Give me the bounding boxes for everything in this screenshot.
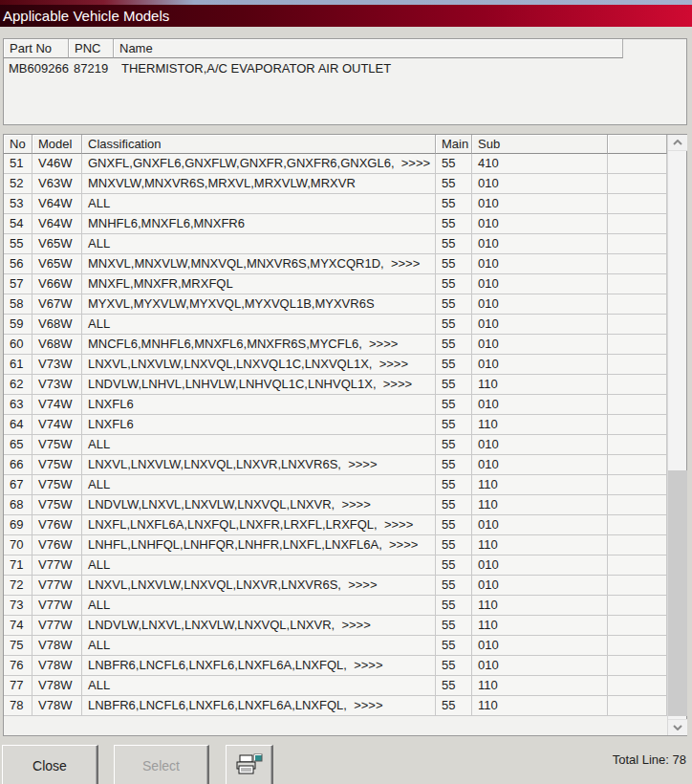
part-name-value: THERMISTOR,A/C EVAPORATOR AIR OUTLET	[114, 59, 623, 78]
cell-classification: LNXVL,LNXVLW,LNXVQL,LNXVR,LNXVR6S, >>>>	[82, 455, 436, 475]
cell-model: V75W	[32, 495, 82, 515]
table-row[interactable]: 55 V65W ALL 55 010	[4, 234, 667, 254]
part-row[interactable]: MB609266 87219 THERMISTOR,A/C EVAPORATOR…	[4, 59, 623, 78]
cell-blank	[608, 495, 667, 515]
table-row[interactable]: 78 V78W LNBFR6,LNCFL6,LNXFL6,LNXFL6A,LNX…	[4, 696, 667, 716]
cell-blank	[608, 274, 667, 294]
cell-model: V75W	[32, 435, 82, 455]
model-rows-container: 51 V46W GNXFL,GNXFL6,GNXFLW,GNXFR,GNXFR6…	[4, 154, 667, 736]
part-info-table: Part No PNC Name MB609266 87219 THERMIST…	[3, 38, 687, 125]
table-row[interactable]: 66 V75W LNXVL,LNXVLW,LNXVQL,LNXVR,LNXVR6…	[4, 455, 667, 475]
table-row[interactable]: 52 V63W MNXVLW,MNXVR6S,MRXVL,MRXVLW,MRXV…	[4, 174, 667, 194]
table-row[interactable]: 77 V78W ALL 55 110	[4, 676, 667, 696]
cell-no: 70	[4, 535, 32, 555]
cell-no: 71	[4, 555, 32, 576]
cell-model: V76W	[32, 515, 82, 535]
cell-sub: 010	[472, 254, 608, 274]
column-header-classification[interactable]: Classification	[82, 135, 436, 154]
cell-no: 67	[4, 475, 32, 495]
table-row[interactable]: 60 V68W MNCFL6,MNHFL6,MNXFL6,MNXFR6S,MYC…	[4, 335, 667, 355]
column-header-part-no[interactable]: Part No	[4, 39, 69, 58]
table-row[interactable]: 54 V64W MNHFL6,MNXFL6,MNXFR6 55 010	[4, 214, 667, 234]
cell-main: 55	[436, 274, 472, 294]
cell-classification: MNXVLW,MNXVR6S,MRXVL,MRXVLW,MRXVR	[82, 174, 436, 194]
cell-sub: 110	[472, 375, 608, 395]
table-row[interactable]: 76 V78W LNBFR6,LNCFL6,LNXFL6,LNXFL6A,LNX…	[4, 656, 667, 676]
table-row[interactable]: 53 V64W ALL 55 010	[4, 194, 667, 214]
table-row[interactable]: 65 V75W ALL 55 010	[4, 435, 667, 455]
cell-blank	[608, 174, 667, 194]
cell-sub: 110	[472, 616, 608, 636]
table-row[interactable]: 70 V76W LNHFL,LNHFQL,LNHFQR,LNHFR,LNXFL,…	[4, 535, 667, 555]
column-header-model[interactable]: Model	[32, 135, 82, 154]
cell-sub: 110	[472, 676, 608, 696]
cell-model: V78W	[32, 636, 82, 656]
cell-main: 55	[436, 214, 472, 234]
cell-main: 55	[436, 234, 472, 254]
cell-classification: LNDVLW,LNXVL,LNXVLW,LNXVQL,LNXVR, >>>>	[82, 495, 436, 515]
cell-model: V77W	[32, 616, 82, 636]
column-header-no[interactable]: No	[4, 135, 32, 154]
table-row[interactable]: 58 V67W MYXVL,MYXVLW,MYXVQL,MYXVQL1B,MYX…	[4, 294, 667, 315]
cell-model: V65W	[32, 234, 82, 254]
cell-blank	[608, 616, 667, 636]
chevron-down-icon	[673, 725, 682, 730]
cell-model: V65W	[32, 254, 82, 274]
cell-model: V64W	[32, 194, 82, 214]
scrollbar-thumb[interactable]	[668, 470, 687, 716]
title-bar: Applicable Vehicle Models	[0, 5, 692, 27]
cell-blank	[608, 455, 667, 475]
print-button[interactable]	[226, 745, 273, 784]
scroll-up-button[interactable]	[668, 135, 687, 151]
cell-model: V77W	[32, 555, 82, 576]
vertical-scrollbar[interactable]	[667, 135, 686, 735]
cell-model: V64W	[32, 214, 82, 234]
table-row[interactable]: 73 V77W ALL 55 110	[4, 596, 667, 616]
column-header-main[interactable]: Main	[436, 135, 472, 154]
cell-blank	[608, 656, 667, 676]
table-row[interactable]: 64 V74W LNXFL6 55 110	[4, 415, 667, 435]
column-header-sub[interactable]: Sub	[472, 135, 608, 154]
cell-no: 53	[4, 194, 32, 214]
scroll-down-button[interactable]	[668, 719, 687, 735]
select-button[interactable]: Select	[114, 745, 209, 784]
cell-main: 55	[436, 515, 472, 535]
table-row[interactable]: 72 V77W LNXVL,LNXVLW,LNXVQL,LNXVR,LNXVR6…	[4, 576, 667, 596]
table-row[interactable]: 71 V77W ALL 55 010	[4, 555, 667, 576]
table-row[interactable]: 57 V66W MNXFL,MNXFR,MRXFQL 55 010	[4, 274, 667, 294]
table-row[interactable]: 67 V75W ALL 55 110	[4, 475, 667, 495]
cell-sub: 010	[472, 194, 608, 214]
table-row[interactable]: 63 V74W LNXFL6 55 010	[4, 395, 667, 415]
table-row[interactable]: 75 V78W ALL 55 010	[4, 636, 667, 656]
table-row[interactable]: 68 V75W LNDVLW,LNXVL,LNXVLW,LNXVQL,LNXVR…	[4, 495, 667, 515]
cell-no: 57	[4, 274, 32, 294]
column-header-pnc[interactable]: PNC	[69, 39, 114, 58]
cell-model: V73W	[32, 375, 82, 395]
cell-sub: 010	[472, 274, 608, 294]
cell-classification: ALL	[82, 676, 436, 696]
close-button[interactable]: Close	[2, 745, 98, 784]
column-header-name[interactable]: Name	[114, 39, 623, 58]
cell-model: V73W	[32, 355, 82, 375]
cell-sub: 010	[472, 656, 608, 676]
table-row[interactable]: 61 V73W LNXVL,LNXVLW,LNXVQL,LNXVQL1C,LNX…	[4, 355, 667, 375]
table-row[interactable]: 51 V46W GNXFL,GNXFL6,GNXFLW,GNXFR,GNXFR6…	[4, 154, 667, 174]
cell-classification: MNXVL,MNXVLW,MNXVQL,MNXVR6S,MYXCQR1D, >>…	[82, 254, 436, 274]
table-row[interactable]: 69 V76W LNXFL,LNXFL6A,LNXFQL,LNXFR,LRXFL…	[4, 515, 667, 535]
table-row[interactable]: 59 V68W ALL 55 010	[4, 315, 667, 335]
cell-no: 75	[4, 636, 32, 656]
cell-classification: MYXVL,MYXVLW,MYXVQL,MYXVQL1B,MYXVR6S	[82, 294, 436, 315]
cell-blank	[608, 355, 667, 375]
table-row[interactable]: 74 V77W LNDVLW,LNXVL,LNXVLW,LNXVQL,LNXVR…	[4, 616, 667, 636]
cell-blank	[608, 234, 667, 254]
cell-no: 52	[4, 174, 32, 194]
cell-sub: 010	[472, 355, 608, 375]
cell-blank	[608, 335, 667, 355]
table-row[interactable]: 62 V73W LNDVLW,LNHVL,LNHVLW,LNHVQL1C,LNH…	[4, 375, 667, 395]
cell-main: 55	[436, 194, 472, 214]
cell-main: 55	[436, 294, 472, 315]
page-title: Applicable Vehicle Models	[3, 8, 169, 24]
footer-bar: Close Select Total Line: 78	[0, 736, 692, 784]
cell-classification: LNXVL,LNXVLW,LNXVQL,LNXVQL1C,LNXVQL1X, >…	[82, 355, 436, 375]
table-row[interactable]: 56 V65W MNXVL,MNXVLW,MNXVQL,MNXVR6S,MYXC…	[4, 254, 667, 274]
